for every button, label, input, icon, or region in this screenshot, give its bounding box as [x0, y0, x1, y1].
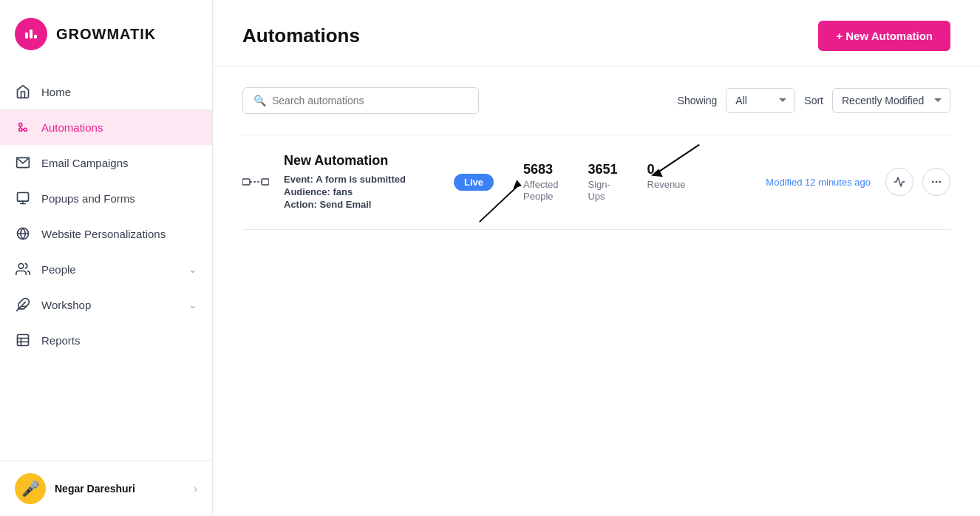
sort-label: Sort: [804, 95, 823, 106]
main-content: Automations + New Automation 🔍 Showing A…: [213, 0, 980, 516]
website-icon: [15, 225, 31, 242]
automation-stats: 5683 AffectedPeople 3651 Sign-Ups 0 Reve…: [523, 162, 686, 202]
sidebar-item-label-email: Email Campaigns: [41, 157, 129, 169]
svg-point-28: [932, 181, 934, 183]
svg-rect-25: [242, 179, 250, 185]
stat-label-revenue: Revenue: [647, 179, 686, 191]
filters-row: 🔍 Showing All Live Paused Draft Sort Rec…: [242, 87, 950, 114]
sidebar-item-people[interactable]: People ⌄: [0, 251, 212, 287]
status-badge: Live: [454, 174, 494, 191]
stat-affected-people: 5683 AffectedPeople: [523, 162, 558, 202]
automations-icon: [15, 119, 31, 135]
page-title: Automations: [242, 24, 360, 47]
automation-info: New Automation Event: A form is submitte…: [284, 153, 432, 211]
sidebar-nav: Home Automations: [0, 68, 212, 461]
automation-audience: Audience: fans: [284, 186, 432, 197]
search-icon: 🔍: [253, 95, 266, 106]
home-icon: [15, 84, 31, 100]
automation-name: New Automation: [284, 153, 432, 169]
people-chevron-icon: ⌄: [188, 263, 197, 275]
sidebar-item-label-home: Home: [41, 86, 71, 98]
stat-label-affected: AffectedPeople: [523, 179, 558, 202]
svg-line-21: [480, 187, 517, 222]
logo-area: GROWMATIK: [0, 0, 212, 68]
automation-action: Action: Send Email: [284, 199, 432, 210]
svg-rect-0: [25, 33, 28, 38]
sidebar-item-workshop[interactable]: Workshop ⌄: [0, 287, 212, 322]
stat-label-signups: Sign-Ups: [588, 179, 617, 202]
svg-point-30: [939, 181, 941, 183]
svg-rect-2: [34, 35, 37, 38]
stat-number-signups: 3651: [588, 162, 617, 177]
popups-icon: [15, 190, 31, 206]
stat-revenue: 0 Revenue: [647, 162, 686, 202]
sidebar-item-popups[interactable]: Popups and Forms: [0, 180, 212, 216]
svg-point-29: [936, 181, 938, 183]
svg-marker-22: [513, 180, 521, 189]
sidebar-item-label-website: Website Personalizations: [41, 228, 166, 240]
sidebar: GROWMATIK Home: [0, 0, 213, 516]
logo-text: GROWMATIK: [56, 26, 156, 43]
stat-signups: 3651 Sign-Ups: [588, 162, 617, 202]
sort-select[interactable]: Recently Modified Name Date Created: [832, 88, 950, 113]
modified-text: Modified 12 minutes ago: [766, 177, 871, 188]
svg-rect-17: [18, 335, 29, 346]
automation-event: Event: A form is submitted: [284, 174, 432, 185]
email-icon: [15, 155, 31, 171]
sidebar-item-label-popups: Popups and Forms: [41, 192, 135, 205]
search-box: 🔍: [242, 87, 479, 114]
sidebar-item-email-campaigns[interactable]: Email Campaigns: [0, 145, 212, 180]
sidebar-item-reports[interactable]: Reports: [0, 322, 212, 358]
showing-select[interactable]: All Live Paused Draft: [726, 88, 795, 113]
sidebar-item-automations[interactable]: Automations: [0, 109, 212, 145]
analytics-button[interactable]: [885, 168, 913, 196]
table-row: New Automation Event: A form is submitte…: [242, 135, 950, 230]
people-icon: [15, 261, 31, 277]
sidebar-item-label-automations: Automations: [41, 121, 103, 134]
automation-list: New Automation Event: A form is submitte…: [242, 135, 950, 230]
reports-icon: [15, 332, 31, 348]
svg-point-14: [18, 264, 24, 269]
sidebar-item-label-reports: Reports: [41, 334, 81, 347]
more-options-button[interactable]: [922, 168, 950, 196]
page-header: Automations + New Automation: [213, 0, 980, 67]
sidebar-item-home[interactable]: Home: [0, 74, 212, 109]
avatar: 🎤: [15, 473, 46, 504]
user-name: Negar Dareshuri: [55, 483, 185, 495]
user-chevron-icon: ›: [194, 483, 197, 495]
filters-right: Showing All Live Paused Draft Sort Recen…: [678, 88, 950, 113]
user-profile[interactable]: 🎤 Negar Dareshuri ›: [0, 461, 212, 516]
svg-rect-1: [30, 30, 33, 38]
sidebar-item-website[interactable]: Website Personalizations: [0, 216, 212, 251]
sidebar-item-label-workshop: Workshop: [41, 299, 91, 311]
logo-icon: [15, 18, 47, 50]
svg-rect-9: [18, 193, 29, 202]
stat-number-revenue: 0: [647, 162, 686, 177]
new-automation-button[interactable]: + New Automation: [818, 21, 950, 51]
showing-label: Showing: [678, 95, 718, 106]
automation-flow-icon: [242, 172, 269, 192]
svg-rect-26: [262, 179, 269, 185]
workshop-chevron-icon: ⌄: [188, 299, 197, 310]
stat-number-affected: 5683: [523, 162, 558, 177]
search-input[interactable]: [272, 95, 468, 106]
sidebar-item-label-people: People: [41, 263, 76, 276]
main-body: 🔍 Showing All Live Paused Draft Sort Rec…: [213, 67, 980, 516]
workshop-icon: [15, 296, 31, 313]
automation-actions: Modified 12 minutes ago: [766, 168, 950, 196]
